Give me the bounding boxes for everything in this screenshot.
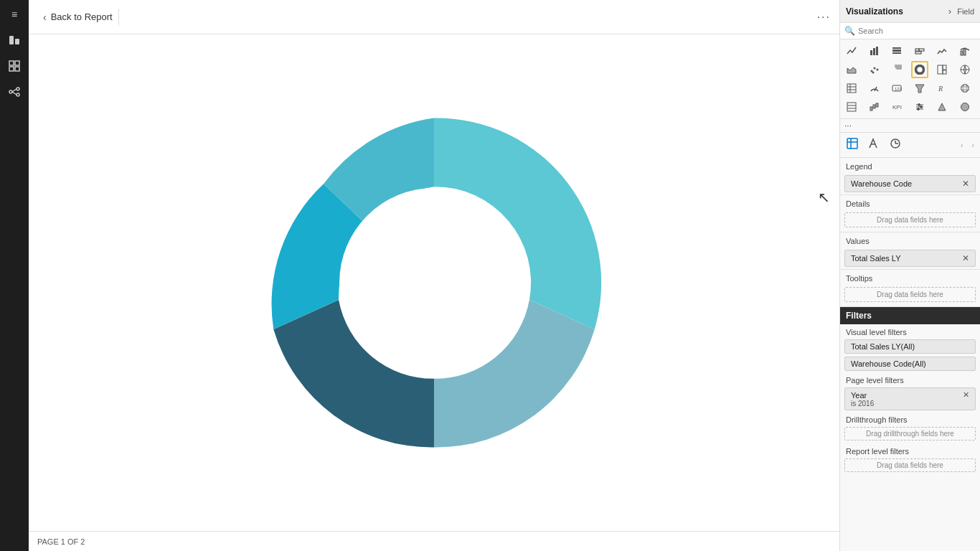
svg-rect-18 <box>919 49 924 51</box>
svg-rect-46 <box>847 103 856 111</box>
table-icon[interactable] <box>843 98 860 116</box>
drillthrough-drag-placeholder: Drag drillthrough fields here <box>844 427 976 441</box>
grid-icon[interactable] <box>4 56 24 76</box>
total-sales-ly-filter-label: Total Sales LY(All) <box>851 342 915 351</box>
svg-rect-15 <box>892 52 901 54</box>
svg-rect-31 <box>943 70 946 74</box>
visualizations-title: Visualizations <box>846 6 903 17</box>
pie-chart-icon[interactable] <box>888 61 905 78</box>
visualizations-header: Visualizations › Field <box>840 0 980 23</box>
svg-rect-1 <box>15 39 19 44</box>
svg-rect-16 <box>892 47 901 49</box>
svg-point-57 <box>920 106 922 108</box>
panel-expand-icon[interactable]: › <box>948 6 951 17</box>
panel-collapse-right[interactable]: › <box>961 141 963 149</box>
svg-rect-21 <box>963 49 966 55</box>
map-icon[interactable] <box>956 61 974 78</box>
matrix-icon[interactable] <box>843 80 860 97</box>
warehouse-code-chip[interactable]: Warehouse Code ✕ <box>844 175 976 192</box>
menu-icon[interactable]: ≡ <box>4 4 24 24</box>
svg-line-10 <box>12 92 17 95</box>
filters-title: Filters <box>846 311 872 321</box>
top-bar-right: ··· <box>817 11 831 24</box>
kpi-icon[interactable]: KPI <box>888 98 905 116</box>
tooltips-section: Tooltips Drag data fields here <box>840 270 980 307</box>
fields-header-label: Field <box>957 7 974 16</box>
search-input[interactable] <box>858 27 976 35</box>
funnel-icon[interactable] <box>911 80 928 97</box>
total-sales-ly-chip[interactable]: Total Sales LY ✕ <box>844 250 976 267</box>
donut-hole <box>339 188 529 377</box>
card-icon[interactable]: 123 <box>888 80 905 97</box>
line-area-icon[interactable] <box>933 42 951 60</box>
svg-rect-50 <box>873 105 875 108</box>
search-bar: 🔍 <box>840 23 980 39</box>
scatter-chart-icon[interactable] <box>866 61 883 78</box>
cursor-icon: ↖ <box>818 189 830 206</box>
waterfall-icon[interactable] <box>866 98 883 116</box>
donut-chart <box>255 96 613 469</box>
total-sales-ly-remove[interactable]: ✕ <box>962 253 969 263</box>
treemap-icon[interactable] <box>933 61 951 78</box>
svg-rect-5 <box>15 67 19 71</box>
svg-text:R: R <box>938 85 943 93</box>
more-visualizations[interactable]: ··· <box>840 119 980 133</box>
back-to-report-button[interactable]: ‹ Back to Report <box>37 9 119 26</box>
warehouse-code-filter-label: Warehouse Code(All) <box>851 359 926 368</box>
left-sidebar: ≡ <box>0 0 29 551</box>
svg-rect-29 <box>938 65 943 74</box>
globe-filled-icon[interactable] <box>956 80 974 97</box>
warehouse-code-label: Warehouse Code <box>851 179 912 188</box>
warehouse-code-filter[interactable]: Warehouse Code(All) <box>844 357 976 371</box>
viz-icons-grid: 123 R KPI <box>840 39 980 119</box>
svg-marker-59 <box>938 103 946 110</box>
svg-rect-49 <box>870 107 872 110</box>
svg-text:123: 123 <box>895 87 902 91</box>
details-drag-placeholder: Drag data fields here <box>844 212 976 227</box>
tooltips-drag-placeholder: Drag data fields here <box>844 287 976 302</box>
fields-tab[interactable] <box>846 137 859 153</box>
stacked-bar-icon[interactable] <box>911 42 928 60</box>
svg-line-9 <box>12 89 17 92</box>
r-script-icon[interactable]: R <box>933 80 951 97</box>
warehouse-code-remove[interactable]: ✕ <box>962 179 969 189</box>
svg-rect-51 <box>876 103 878 107</box>
gauge-icon[interactable] <box>866 80 883 97</box>
filters-header: Filters <box>840 307 980 324</box>
svg-rect-4 <box>9 67 14 71</box>
svg-rect-2 <box>9 61 14 65</box>
combo-chart-icon[interactable] <box>956 42 974 60</box>
column-chart-icon[interactable] <box>888 42 905 60</box>
donut-chart-icon[interactable] <box>911 61 928 78</box>
report-icon[interactable] <box>4 30 24 50</box>
report-level-filters-label: Report level filters <box>840 443 980 457</box>
svg-point-58 <box>917 108 919 110</box>
visual-level-filters-label: Visual level filters <box>840 324 980 338</box>
line-chart-icon[interactable] <box>843 42 860 60</box>
year-filter-remove[interactable]: ✕ <box>963 390 969 400</box>
page-info: PAGE 1 OF 2 <box>37 537 85 546</box>
panel-tabs: › › <box>840 133 980 158</box>
donut-chart-svg <box>262 103 606 462</box>
svg-point-56 <box>918 104 920 106</box>
legend-label: Legend <box>840 158 980 173</box>
svg-rect-19 <box>915 52 921 54</box>
svg-text:KPI: KPI <box>892 104 902 110</box>
slicer-icon[interactable] <box>911 98 928 116</box>
drillthrough-filters-label: Drillthrough filters <box>840 412 980 425</box>
main-area: ‹ Back to Report ··· <box>29 0 839 551</box>
panel-collapse-right2[interactable]: › <box>971 141 974 149</box>
svg-rect-3 <box>15 61 19 65</box>
total-sales-ly-filter[interactable]: Total Sales LY(All) <box>844 339 976 354</box>
filled-map-icon[interactable] <box>956 98 974 116</box>
analytics-tab[interactable] <box>889 137 902 153</box>
more-options-icon[interactable]: ··· <box>817 11 831 24</box>
svg-rect-0 <box>9 36 14 44</box>
model-icon[interactable] <box>4 82 24 102</box>
svg-point-6 <box>9 90 12 93</box>
shape-map-icon[interactable] <box>933 98 951 116</box>
area-chart-icon[interactable] <box>843 61 860 78</box>
format-tab[interactable] <box>867 137 880 153</box>
bar-chart-icon[interactable] <box>866 42 883 60</box>
year-filter-chip[interactable]: Year ✕ is 2016 <box>844 387 976 410</box>
